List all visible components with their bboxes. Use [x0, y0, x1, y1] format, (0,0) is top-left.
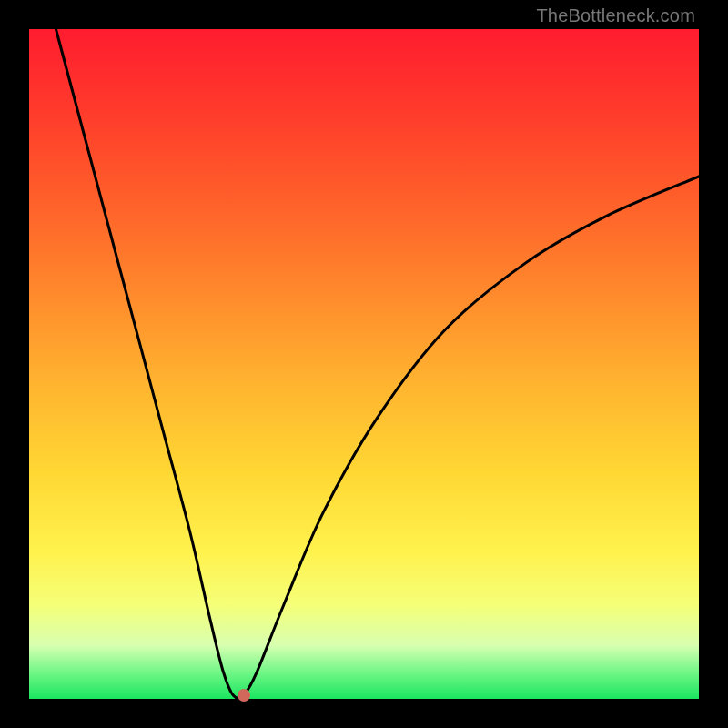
- chart-plot-area: [29, 29, 699, 699]
- watermark-text: TheBottleneck.com: [536, 5, 695, 26]
- bottleneck-curve: [29, 29, 699, 699]
- chart-outer-frame: TheBottleneck.com: [0, 0, 728, 728]
- minimum-marker-dot: [238, 689, 250, 702]
